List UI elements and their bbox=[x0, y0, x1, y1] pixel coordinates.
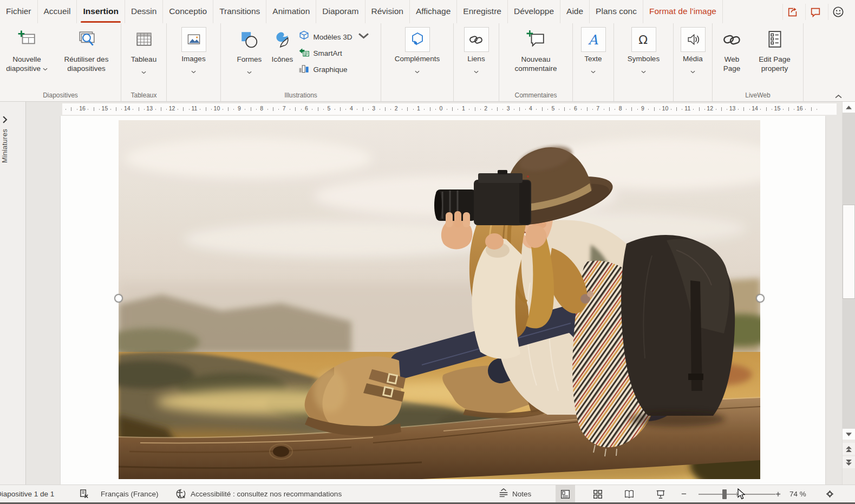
ribbon-button-media[interactable]: Média bbox=[676, 26, 710, 69]
hruler-dot bbox=[301, 109, 302, 110]
zoom-level[interactable]: 74 % bbox=[789, 485, 806, 503]
hruler-tick bbox=[407, 107, 408, 111]
ribbon-button-edit-page-property[interactable]: Edit Page property bbox=[749, 26, 801, 73]
tab-affichage[interactable]: Affichage bbox=[410, 0, 457, 23]
ribbon-group-label: LiveWeb bbox=[713, 91, 803, 99]
hruler-dot bbox=[267, 109, 268, 110]
hruler-dot bbox=[492, 109, 492, 110]
ribbon-button-modeles-3d[interactable]: Modèles 3D bbox=[298, 30, 369, 43]
hruler-number: 11 bbox=[684, 105, 690, 112]
ribbon-button-reutiliser-des-diapositives[interactable]: Réutiliser des diapositives bbox=[53, 26, 120, 73]
view-reading-button[interactable] bbox=[619, 485, 639, 503]
hruler-dot bbox=[682, 109, 682, 110]
ribbon-button-texte[interactable]: ATexte bbox=[577, 26, 610, 69]
ribbon-button-images[interactable]: Images bbox=[171, 26, 217, 69]
zoom-in-button[interactable]: + bbox=[774, 485, 782, 503]
hruler-dot bbox=[223, 109, 223, 110]
collapse-ribbon-chevron-icon[interactable] bbox=[835, 91, 842, 500]
scrollbar-thumb[interactable] bbox=[843, 205, 855, 299]
view-normal-button[interactable] bbox=[556, 485, 575, 503]
ribbon-button-icones[interactable]: Icônes bbox=[266, 26, 298, 64]
tab-conceptio[interactable]: Conceptio bbox=[163, 0, 213, 23]
hruler-tick bbox=[564, 107, 565, 111]
vertical-scrollbar[interactable] bbox=[842, 102, 855, 485]
thumbnails-pane-label: Miniatures bbox=[1, 129, 12, 163]
scroll-up-icon[interactable] bbox=[843, 102, 855, 113]
zoom-slider-handle[interactable] bbox=[722, 489, 727, 499]
smiley-icon[interactable] bbox=[828, 4, 847, 20]
hruler-dot bbox=[88, 109, 88, 110]
selection-handle-right[interactable] bbox=[756, 294, 765, 303]
hruler-dot bbox=[794, 109, 794, 110]
ribbon-button-complements[interactable]: Compléments bbox=[386, 26, 449, 69]
tab-revision[interactable]: Révision bbox=[366, 0, 410, 23]
tab-dessin[interactable]: Dessin bbox=[125, 0, 163, 23]
accessibility-icon[interactable] bbox=[175, 485, 186, 503]
hruler-number: 15 bbox=[774, 105, 781, 112]
zoom-slider[interactable] bbox=[693, 485, 781, 503]
hruler-dot bbox=[749, 109, 750, 110]
hruler-dot bbox=[189, 109, 190, 110]
chevron-down-icon bbox=[358, 30, 369, 43]
ribbon-group-tableaux: TableauTableaux bbox=[121, 23, 167, 101]
spellcheck-icon[interactable] bbox=[79, 485, 89, 503]
slide-photo[interactable] bbox=[119, 120, 760, 479]
notes-button[interactable]: Notes bbox=[498, 485, 531, 503]
ribbon-button-tableau[interactable]: Tableau bbox=[125, 26, 164, 70]
scrollbar-track[interactable] bbox=[843, 113, 855, 429]
hruler-dot bbox=[783, 109, 784, 110]
chevron-down-icon bbox=[591, 66, 596, 69]
view-slide-sorter-button[interactable] bbox=[588, 485, 608, 503]
share-icon[interactable] bbox=[782, 4, 802, 20]
tab-plans-conc[interactable]: Plans conc bbox=[590, 0, 643, 23]
tab-diaporam[interactable]: Diaporam bbox=[316, 0, 365, 23]
hruler-tick bbox=[206, 107, 206, 111]
ribbon-button-nouvelle-diapositive[interactable]: Nouvelle diapositive bbox=[1, 26, 53, 73]
tab-developpe[interactable]: Développe bbox=[508, 0, 560, 23]
scroll-down-icon[interactable] bbox=[843, 429, 855, 440]
tab-enregistre[interactable]: Enregistre bbox=[457, 0, 508, 23]
ribbon-button-formes[interactable]: Formes bbox=[232, 26, 266, 70]
view-slideshow-button[interactable] bbox=[651, 485, 670, 503]
selection-handle-left[interactable] bbox=[114, 294, 123, 303]
tab-accueil[interactable]: Accueil bbox=[38, 0, 77, 23]
comment-icon[interactable] bbox=[805, 4, 825, 20]
ribbon-button-nouveau-commentaire[interactable]: Nouveau commentaire bbox=[506, 26, 566, 73]
chevron-down-icon bbox=[247, 67, 252, 70]
photo-illustration bbox=[119, 120, 760, 479]
hruler-tick bbox=[139, 107, 139, 111]
tab-animation[interactable]: Animation bbox=[266, 0, 316, 23]
new-comment-icon bbox=[526, 27, 546, 53]
omega-icon: Ω bbox=[631, 27, 656, 52]
button-label: Edit Page property bbox=[749, 55, 801, 73]
tab-aide[interactable]: Aide bbox=[560, 0, 590, 23]
ribbon-button-graphique[interactable]: Graphique bbox=[298, 63, 347, 76]
button-label: Compléments bbox=[395, 55, 440, 64]
ribbon-button-liens[interactable]: Liens bbox=[459, 26, 494, 69]
tab-insertion[interactable]: Insertion bbox=[77, 0, 125, 23]
hruler-number: 4 bbox=[350, 105, 353, 112]
hruler-number: 5 bbox=[327, 105, 330, 112]
previous-slide-icon[interactable] bbox=[843, 443, 855, 455]
zoom-out-button[interactable]: − bbox=[680, 485, 688, 503]
hruler-dot bbox=[278, 109, 279, 110]
ribbon-button-symboles[interactable]: ΩSymboles bbox=[619, 26, 669, 69]
hruler-dot bbox=[637, 109, 638, 110]
expand-pane-chevron-icon[interactable] bbox=[2, 116, 8, 126]
hruler-number: 0 bbox=[439, 105, 442, 112]
thumbnails-pane[interactable]: Miniatures bbox=[0, 102, 26, 485]
language-status[interactable]: Français (France) bbox=[101, 485, 159, 503]
hruler-dot bbox=[525, 109, 526, 110]
ribbon-button-smartart[interactable]: SmartArt bbox=[298, 47, 342, 60]
tab-format-de-l-image[interactable]: Format de l’image bbox=[643, 0, 723, 23]
tab-transitions[interactable]: Transitions bbox=[213, 0, 266, 23]
hruler-dot bbox=[390, 109, 391, 110]
next-slide-icon[interactable] bbox=[843, 456, 855, 468]
accessibility-status[interactable]: Accessibilité : consultez nos recommanda… bbox=[191, 485, 342, 503]
button-label: Texte bbox=[584, 55, 602, 64]
speaker-icon bbox=[681, 27, 706, 52]
tab-fichier[interactable]: Fichier bbox=[0, 0, 38, 23]
fit-slide-to-window-button[interactable] bbox=[824, 485, 836, 503]
hruler-tick bbox=[519, 107, 520, 111]
ribbon-button-web-page[interactable]: Web Page bbox=[715, 26, 749, 73]
